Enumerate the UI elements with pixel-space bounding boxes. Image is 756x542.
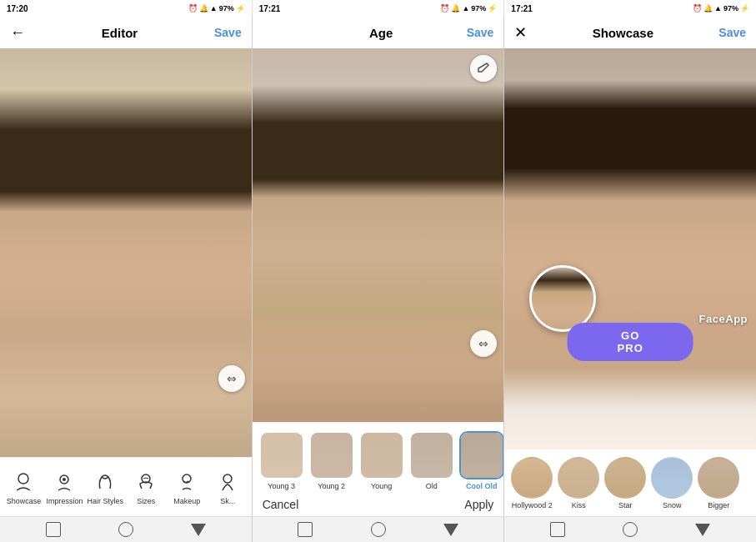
status-icons-1: ⏰🔔▲97%⚡ — [188, 4, 245, 13]
impression-label: Impression — [46, 497, 83, 505]
skin-icon — [215, 469, 240, 494]
editor-save-button[interactable]: Save — [214, 26, 242, 39]
makeup-icon — [174, 469, 199, 494]
nav-section-2 — [252, 517, 505, 542]
compare-button-1[interactable]: ⇔ — [218, 365, 245, 392]
snow-label: Snow — [663, 501, 682, 509]
skin-label: Sk... — [220, 497, 235, 505]
toolbar-item-sizes[interactable]: Sizes — [128, 469, 164, 505]
editor-toolbar: Showcase Impression Hair Styles — [0, 457, 252, 516]
aged-face-image — [253, 48, 504, 422]
time-3: 17:21 — [511, 4, 533, 13]
age-filter-coolold[interactable]: Cool Old — [459, 431, 504, 490]
nav-square-1[interactable] — [46, 522, 61, 537]
snow-thumb — [651, 457, 693, 499]
hollywood2-thumb — [511, 457, 553, 499]
toolbar-item-showcase[interactable]: Showcase — [5, 469, 42, 505]
nav-bar — [0, 516, 756, 542]
age-filter-old[interactable]: Old — [409, 431, 454, 490]
age-toolbar: Young 3 Young 2 Young — [253, 422, 504, 516]
age-panel: Age Save ⇔ Young 3 — [252, 17, 505, 516]
hollywood2-label: Hollywood 2 — [512, 501, 553, 509]
showcase-toolbar: Hollywood 2 Kiss Star Snow Bigger — [504, 449, 756, 516]
svg-point-2 — [63, 478, 66, 481]
toolbar-item-makeup[interactable]: Makeup — [168, 469, 205, 505]
toolbar-item-skin[interactable]: Sk... — [209, 469, 246, 505]
kiss-label: Kiss — [572, 501, 586, 509]
young3-label: Young 3 — [268, 482, 295, 490]
showcase-face-image — [504, 48, 756, 449]
time-2: 17:21 — [259, 4, 281, 13]
showcase-save-button[interactable]: Save — [718, 26, 746, 39]
age-save-button[interactable]: Save — [467, 26, 494, 39]
age-filter-young2[interactable]: Young 2 — [309, 431, 354, 490]
svg-point-0 — [18, 474, 28, 484]
kiss-thumb — [558, 457, 599, 499]
age-title: Age — [369, 26, 393, 40]
apply-button[interactable]: Apply — [464, 498, 493, 511]
showcase-filter-snow[interactable]: Snow — [651, 457, 693, 509]
back-button[interactable]: ← — [10, 24, 25, 42]
star-thumb — [604, 457, 646, 499]
showcase-header: ✕ Showcase Save — [504, 17, 756, 48]
young3-thumb — [259, 431, 304, 479]
showcase-photo-area: FaceApp GO PRO — [504, 48, 756, 449]
editor-title: Editor — [102, 26, 138, 40]
status-bar-3: 17:21 ⏰🔔▲97%⚡ — [504, 0, 756, 17]
age-header: Age Save — [253, 17, 504, 48]
nav-section-1 — [0, 517, 252, 542]
showcase-filter-star[interactable]: Star — [604, 457, 646, 509]
status-bar-2: 17:21 ⏰🔔▲97%⚡ — [252, 0, 505, 17]
young2-thumb — [309, 431, 354, 479]
makeup-label: Makeup — [173, 497, 200, 505]
original-thumb-overlay — [529, 265, 596, 332]
showcase-label: Showcase — [7, 497, 42, 505]
showcase-title: Showcase — [593, 26, 653, 40]
sizes-label: Sizes — [137, 497, 155, 505]
close-button[interactable]: ✕ — [514, 23, 527, 42]
hairstyles-label: Hair Styles — [88, 497, 124, 505]
editor-photo-area: ⇔ — [0, 48, 252, 457]
hairstyles-icon — [93, 469, 118, 494]
nav-square-3[interactable] — [550, 522, 565, 537]
status-icons-2: ⏰🔔▲97%⚡ — [440, 4, 497, 13]
showcase-filter-kiss[interactable]: Kiss — [558, 457, 599, 509]
editor-header: ← Editor Save — [0, 17, 252, 48]
editor-panel: ← Editor Save ⇔ Showcase Impres — [0, 17, 252, 516]
young2-label: Young 2 — [318, 482, 345, 490]
age-filters-row: Young 3 Young 2 Young — [253, 423, 504, 498]
old-label: Old — [426, 482, 438, 490]
coolold-thumb — [459, 431, 504, 479]
cancel-button[interactable]: Cancel — [263, 498, 299, 511]
showcase-icon — [11, 469, 36, 494]
nav-triangle-3[interactable] — [695, 524, 710, 536]
toolbar-item-hairstyles[interactable]: Hair Styles — [87, 469, 123, 505]
sizes-icon — [133, 469, 158, 494]
go-pro-button[interactable]: GO PRO — [568, 323, 693, 361]
time-1: 17:20 — [7, 4, 28, 13]
nav-circle-3[interactable] — [623, 522, 638, 537]
status-icons-3: ⏰🔔▲97%⚡ — [693, 4, 749, 13]
bigger-thumb — [698, 457, 739, 499]
nav-circle-2[interactable] — [371, 522, 386, 537]
nav-triangle-1[interactable] — [191, 524, 206, 536]
age-filter-young3[interactable]: Young 3 — [259, 431, 304, 490]
old-thumb — [409, 431, 454, 479]
showcase-filters-row: Hollywood 2 Kiss Star Snow Bigger — [504, 449, 756, 516]
age-filter-young[interactable]: Young — [359, 431, 404, 490]
faceapp-watermark: FaceApp — [699, 313, 748, 325]
thumb-inner-face — [532, 268, 593, 329]
star-label: Star — [618, 501, 633, 509]
showcase-filter-hollywood2[interactable]: Hollywood 2 — [511, 457, 553, 509]
svg-point-5 — [223, 474, 232, 483]
status-bar-1: 17:20 ⏰🔔▲97%⚡ — [0, 0, 252, 17]
bigger-label: Bigger — [708, 501, 729, 509]
nav-triangle-2[interactable] — [443, 524, 458, 536]
nav-square-2[interactable] — [298, 522, 313, 537]
showcase-filter-bigger[interactable]: Bigger — [698, 457, 739, 509]
original-face-image — [0, 48, 252, 457]
showcase-panel: ✕ Showcase Save FaceApp GO PRO Hollywood… — [504, 17, 756, 516]
toolbar-item-impression[interactable]: Impression — [46, 469, 83, 505]
age-photo-area: ⇔ — [253, 48, 504, 422]
nav-circle-1[interactable] — [118, 522, 133, 537]
